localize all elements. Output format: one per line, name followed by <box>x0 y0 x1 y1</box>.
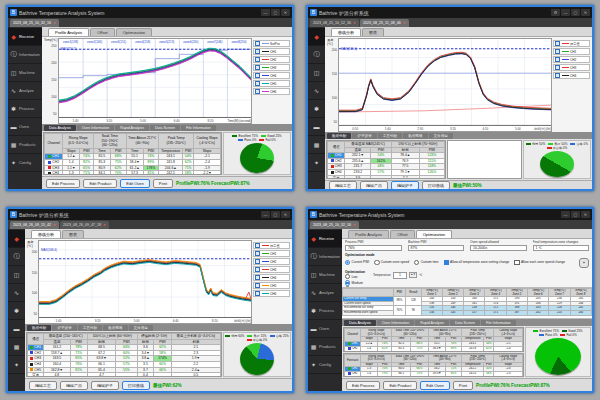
tab-data-screen[interactable]: Data Screen <box>150 125 180 131</box>
sidebar-item-item[interactable]: ∿ <box>8 284 25 302</box>
tab-offset[interactable]: Offset <box>390 230 415 238</box>
tab-item[interactable]: 炉子设置 <box>352 133 376 139</box>
legend-checkbox[interactable] <box>255 81 260 86</box>
sidebar-item-receive[interactable]: ◆Receive <box>308 230 342 248</box>
legend-checkbox[interactable] <box>255 49 260 54</box>
legend-checkbox[interactable] <box>555 57 560 62</box>
radio-medium[interactable]: Medium <box>345 280 365 285</box>
tab-item[interactable]: 数据规格 <box>103 325 127 331</box>
chart-plot[interactable]: zone1(138)zone2(146)zone3(151)zone4(158)… <box>58 38 253 124</box>
legend-checkbox[interactable] <box>255 291 260 296</box>
sidebar-item-item[interactable]: ✦ <box>8 356 25 374</box>
document-tab[interactable]: 2023_08_26_09_47_18✕ <box>60 221 109 229</box>
legend-checkbox[interactable] <box>255 89 260 94</box>
tab-file-information[interactable]: File Information <box>481 320 516 326</box>
field-value[interactable]: 76% <box>345 245 402 252</box>
tab-oven-information[interactable]: Oven Information <box>377 320 415 326</box>
sidebar-item-machine[interactable]: ◫Machine <box>308 266 342 284</box>
title-bar[interactable]: B Bathrive 炉温分析系统 ⚙—▢✕ <box>308 7 592 18</box>
document-tab[interactable]: 2023_08_25_10_32_16✕ <box>310 221 359 229</box>
item-button[interactable]: 打印曲线 <box>122 381 150 390</box>
sidebar-item-information[interactable]: ⓘInformation <box>308 248 342 266</box>
tab-item[interactable]: 数据分析 <box>327 133 351 139</box>
item-button[interactable]: 打印曲线 <box>422 181 450 190</box>
chart-plot[interactable]: MAX(245.0) 0:501:402:303:204:105:00 时间(分… <box>338 38 552 132</box>
edit-product-button[interactable]: Edit Product <box>383 381 417 390</box>
sidebar-item-process[interactable]: ✱Process <box>8 100 42 118</box>
sidebar-item-information[interactable]: ⓘInformation <box>8 46 42 64</box>
tab-item[interactable]: 图表 <box>362 28 384 36</box>
sidebar-item-products[interactable]: ▦Products <box>308 338 342 356</box>
checkbox-allow-all-temperature-zone-setting-change[interactable]: Allow all temperature zone setting chang… <box>444 260 510 265</box>
table-row[interactable]: CH41.371%84.170%57.381%242.558%-2.2▼ <box>45 171 221 175</box>
tab-item[interactable]: 图表 <box>62 230 84 238</box>
sidebar-item-item[interactable]: ▦ <box>308 136 325 154</box>
print-button[interactable]: Print <box>153 179 173 188</box>
sidebar-item-item[interactable]: ✱ <box>8 302 25 320</box>
minimize-button[interactable]: — <box>261 9 270 16</box>
tab-item[interactable]: 炉子设置 <box>52 325 76 331</box>
optimize-run-button[interactable]: » <box>579 258 589 268</box>
sidebar-item-analyze[interactable]: ∿Analyze <box>8 82 42 100</box>
minimize-button[interactable]: — <box>261 211 270 218</box>
sidebar-item-oven[interactable]: ▬Oven <box>308 320 342 338</box>
title-bar[interactable]: B Bathrive Temperature Analysis System —… <box>308 209 592 220</box>
field-value[interactable]: 10-2000s <box>470 245 527 252</box>
sidebar-item-receive[interactable]: ◆Receive <box>8 28 42 46</box>
tab-rapid-analysis[interactable]: Rapid Analysis <box>115 125 149 131</box>
edit-process-button[interactable]: Edit Process <box>346 381 380 390</box>
legend-item-ch2[interactable]: CH2 <box>553 56 590 63</box>
table-row[interactable]: CH3163.585%63.8▼52%3.8▲174%1.9▼ <box>28 356 221 362</box>
radio-custom-time[interactable]: Custom time <box>414 260 438 265</box>
tab-optimization[interactable]: Optimization <box>416 230 452 238</box>
close-icon[interactable]: ✕ <box>53 21 56 25</box>
legend-item-ch3[interactable]: CH3 <box>253 266 290 273</box>
legend-item-item[interactable]: 设定值 <box>553 40 590 47</box>
item-button[interactable]: 编辑炉子 <box>391 181 419 190</box>
legend-item-ch5[interactable]: CH5 <box>253 282 290 289</box>
checkbox-allow-each-zone-speed-change[interactable]: Allow each zone speed change <box>514 260 565 265</box>
settings-button[interactable]: ⚙ <box>551 9 560 16</box>
sidebar-item-item[interactable]: ◫ <box>308 64 325 82</box>
legend-item-ch1[interactable]: CH1 <box>253 48 290 55</box>
table-row[interactable]: 带宽4.84.70.40.5 <box>28 373 221 377</box>
legend-checkbox[interactable] <box>255 267 260 272</box>
close-icon[interactable]: ✕ <box>353 223 356 227</box>
legend-item-ch3[interactable]: CH3 <box>553 64 590 71</box>
item-button[interactable]: 编辑产品 <box>360 181 388 190</box>
tab-data-screen[interactable]: Data Screen <box>450 320 480 326</box>
maximize-button[interactable]: ▢ <box>271 9 280 16</box>
sidebar-item-item[interactable]: ✱ <box>308 100 325 118</box>
legend-checkbox[interactable] <box>255 243 260 248</box>
tab-rapid-analysis[interactable]: Rapid Analysis <box>415 320 449 326</box>
legend-item-item[interactable]: 设定值 <box>253 242 290 249</box>
close-button[interactable]: ✕ <box>581 211 590 218</box>
sidebar-item-item[interactable]: ▬ <box>308 118 325 136</box>
sidebar-item-config[interactable]: ✦Config <box>308 356 342 374</box>
tab-oven-information[interactable]: Oven Information <box>77 125 115 131</box>
field-value[interactable]: 1 ℃ <box>533 245 590 252</box>
stepper-arrows-icon[interactable]: ▲▼ <box>409 272 417 278</box>
tab-item[interactable]: 工艺分析 <box>78 325 102 331</box>
sidebar-item-item[interactable]: ∿ <box>308 82 325 100</box>
legend-checkbox[interactable] <box>555 41 560 46</box>
document-tab[interactable]: 2023_08_26_09_15_42✕ <box>10 221 59 229</box>
legend-checkbox[interactable] <box>555 65 560 70</box>
field-value[interactable]: 87% <box>408 245 465 252</box>
legend-checkbox[interactable] <box>255 275 260 280</box>
sidebar-item-config[interactable]: ✦Config <box>8 154 42 172</box>
sidebar-item-item[interactable]: ▦ <box>8 338 25 356</box>
tab-offset[interactable]: Offset <box>90 28 115 36</box>
legend-checkbox[interactable] <box>255 251 260 256</box>
chart-plot[interactable]: MAX(168.4) 1:403:205:006:408:20 时间(分):(秒… <box>38 240 252 324</box>
legend-item-setpro[interactable]: SetPro <box>253 40 290 47</box>
legend-item-ch4[interactable]: CH4 <box>253 72 290 79</box>
legend-item-ch3[interactable]: CH3 <box>253 64 290 71</box>
title-bar[interactable]: B Bathrive 炉温分析系统 —▢✕ <box>8 209 292 220</box>
tab-item[interactable]: 曲线分析 <box>31 230 61 238</box>
tab-item[interactable]: 数据分析 <box>27 325 51 331</box>
legend-checkbox[interactable] <box>255 259 260 264</box>
tab-data-analysis[interactable]: Data Analysis <box>344 320 376 326</box>
maximize-button[interactable]: ▢ <box>571 211 580 218</box>
radio-low[interactable]: Low <box>345 274 365 279</box>
